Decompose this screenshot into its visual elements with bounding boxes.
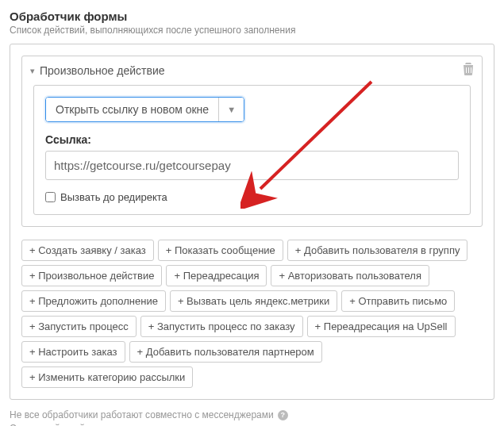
- footer-note-text: Не все обработчики работают совместно с …: [10, 409, 274, 420]
- action-chips: + Создать заявку / заказ + Показать сооб…: [21, 240, 483, 388]
- action-card-header[interactable]: ▾ Произвольное действие: [22, 56, 482, 85]
- call-before-redirect-checkbox[interactable]: [45, 192, 56, 202]
- form-handler-panel: ▾ Произвольное действие Открыть ссылку в…: [10, 44, 494, 400]
- footer-note: Не все обработчики работают совместно с …: [10, 409, 494, 420]
- chip-upsell-redirect[interactable]: + Переадресация на UpSell: [307, 316, 456, 337]
- page-subtitle: Список действий, выполняющихся после усп…: [10, 25, 494, 36]
- footer-subtext: Список действий, выполняющихся после усп…: [10, 423, 494, 426]
- chip-authorize-user[interactable]: + Авторизовать пользователя: [271, 265, 429, 286]
- call-before-redirect-row[interactable]: Вызвать до редиректа: [45, 191, 459, 203]
- action-card-title: Произвольное действие: [40, 64, 165, 77]
- chip-send-email[interactable]: + Отправить письмо: [341, 290, 455, 312]
- action-card: ▾ Произвольное действие Открыть ссылку в…: [21, 56, 483, 227]
- trash-icon[interactable]: [463, 63, 474, 79]
- action-type-select[interactable]: Открыть ссылку в новом окне ▼: [45, 97, 244, 122]
- action-type-select-value[interactable]: Открыть ссылку в новом окне: [46, 98, 218, 121]
- chip-redirect[interactable]: + Переадресация: [166, 265, 267, 286]
- chip-create-order[interactable]: + Создать заявку / заказ: [21, 240, 154, 261]
- chip-show-message[interactable]: + Показать сообщение: [158, 240, 283, 261]
- chip-run-process-by-order[interactable]: + Запустить процесс по заказу: [140, 316, 303, 337]
- url-input[interactable]: [45, 151, 459, 180]
- help-icon[interactable]: ?: [278, 410, 288, 420]
- page-title: Обработчик формы: [10, 10, 494, 23]
- chip-configure-order[interactable]: + Настроить заказ: [21, 341, 125, 363]
- url-field-label: Ссылка:: [45, 133, 459, 146]
- action-config-panel: Открыть ссылку в новом окне ▼ Ссылка: Вы…: [33, 85, 471, 215]
- chip-offer-addition[interactable]: + Предложить дополнение: [21, 290, 166, 312]
- chevron-down-icon: ▾: [30, 66, 35, 76]
- chip-run-process[interactable]: + Запустить процесс: [21, 316, 137, 337]
- caret-down-icon[interactable]: ▼: [218, 98, 244, 121]
- chip-add-user-partner[interactable]: + Добавить пользователя партнером: [129, 341, 322, 363]
- chip-yandex-goal[interactable]: + Вызвать цель яндекс.метрики: [170, 290, 337, 312]
- call-before-redirect-label: Вызвать до редиректа: [60, 191, 167, 203]
- chip-add-user-to-group[interactable]: + Добавить пользователя в группу: [287, 240, 468, 261]
- chip-change-mailing-category[interactable]: + Изменить категорию рассылки: [21, 367, 193, 388]
- chip-custom-action[interactable]: + Произвольное действие: [21, 265, 162, 286]
